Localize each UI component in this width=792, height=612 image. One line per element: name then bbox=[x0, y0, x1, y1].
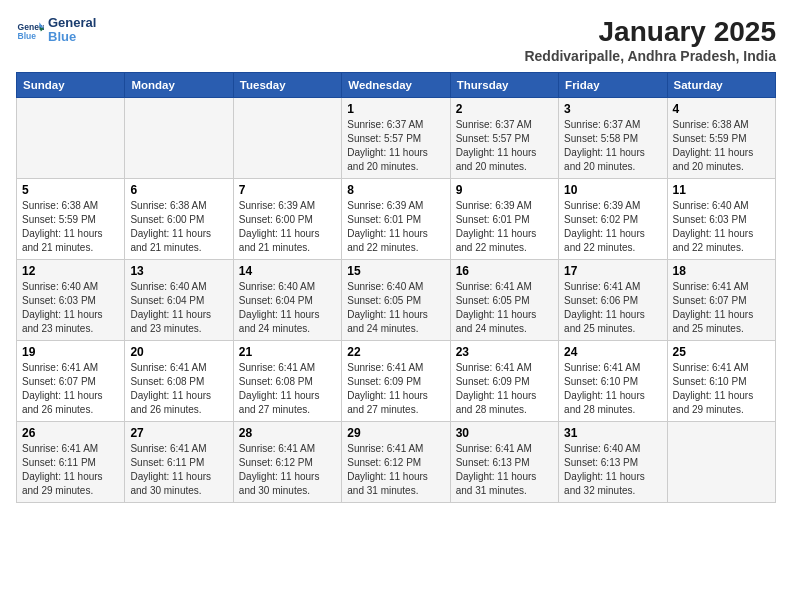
day-info: Sunrise: 6:41 AM Sunset: 6:12 PM Dayligh… bbox=[239, 442, 336, 498]
day-info: Sunrise: 6:40 AM Sunset: 6:03 PM Dayligh… bbox=[673, 199, 770, 255]
calendar-cell: 18Sunrise: 6:41 AM Sunset: 6:07 PM Dayli… bbox=[667, 260, 775, 341]
day-number: 27 bbox=[130, 426, 227, 440]
calendar-cell: 25Sunrise: 6:41 AM Sunset: 6:10 PM Dayli… bbox=[667, 341, 775, 422]
calendar-cell bbox=[17, 98, 125, 179]
day-info: Sunrise: 6:40 AM Sunset: 6:04 PM Dayligh… bbox=[130, 280, 227, 336]
day-number: 24 bbox=[564, 345, 661, 359]
calendar-cell: 15Sunrise: 6:40 AM Sunset: 6:05 PM Dayli… bbox=[342, 260, 450, 341]
day-number: 26 bbox=[22, 426, 119, 440]
day-info: Sunrise: 6:39 AM Sunset: 6:02 PM Dayligh… bbox=[564, 199, 661, 255]
day-number: 29 bbox=[347, 426, 444, 440]
day-number: 4 bbox=[673, 102, 770, 116]
calendar-week-row: 1Sunrise: 6:37 AM Sunset: 5:57 PM Daylig… bbox=[17, 98, 776, 179]
day-info: Sunrise: 6:41 AM Sunset: 6:07 PM Dayligh… bbox=[673, 280, 770, 336]
sub-title: Reddivaripalle, Andhra Pradesh, India bbox=[524, 48, 776, 64]
day-number: 18 bbox=[673, 264, 770, 278]
weekday-header: Monday bbox=[125, 73, 233, 98]
svg-text:Blue: Blue bbox=[18, 32, 37, 42]
calendar-cell: 29Sunrise: 6:41 AM Sunset: 6:12 PM Dayli… bbox=[342, 422, 450, 503]
weekday-header: Friday bbox=[559, 73, 667, 98]
calendar-cell: 16Sunrise: 6:41 AM Sunset: 6:05 PM Dayli… bbox=[450, 260, 558, 341]
day-number: 6 bbox=[130, 183, 227, 197]
day-info: Sunrise: 6:40 AM Sunset: 6:05 PM Dayligh… bbox=[347, 280, 444, 336]
day-number: 8 bbox=[347, 183, 444, 197]
calendar-cell bbox=[233, 98, 341, 179]
day-info: Sunrise: 6:41 AM Sunset: 6:10 PM Dayligh… bbox=[564, 361, 661, 417]
calendar-table: SundayMondayTuesdayWednesdayThursdayFrid… bbox=[16, 72, 776, 503]
calendar-cell: 7Sunrise: 6:39 AM Sunset: 6:00 PM Daylig… bbox=[233, 179, 341, 260]
calendar-cell: 14Sunrise: 6:40 AM Sunset: 6:04 PM Dayli… bbox=[233, 260, 341, 341]
day-info: Sunrise: 6:38 AM Sunset: 6:00 PM Dayligh… bbox=[130, 199, 227, 255]
day-info: Sunrise: 6:38 AM Sunset: 5:59 PM Dayligh… bbox=[22, 199, 119, 255]
calendar-cell: 2Sunrise: 6:37 AM Sunset: 5:57 PM Daylig… bbox=[450, 98, 558, 179]
day-info: Sunrise: 6:37 AM Sunset: 5:58 PM Dayligh… bbox=[564, 118, 661, 174]
day-number: 5 bbox=[22, 183, 119, 197]
day-info: Sunrise: 6:40 AM Sunset: 6:03 PM Dayligh… bbox=[22, 280, 119, 336]
day-info: Sunrise: 6:38 AM Sunset: 5:59 PM Dayligh… bbox=[673, 118, 770, 174]
day-info: Sunrise: 6:39 AM Sunset: 6:01 PM Dayligh… bbox=[347, 199, 444, 255]
calendar-cell: 19Sunrise: 6:41 AM Sunset: 6:07 PM Dayli… bbox=[17, 341, 125, 422]
day-number: 16 bbox=[456, 264, 553, 278]
calendar-cell: 4Sunrise: 6:38 AM Sunset: 5:59 PM Daylig… bbox=[667, 98, 775, 179]
day-info: Sunrise: 6:41 AM Sunset: 6:13 PM Dayligh… bbox=[456, 442, 553, 498]
calendar-cell bbox=[667, 422, 775, 503]
calendar-cell: 17Sunrise: 6:41 AM Sunset: 6:06 PM Dayli… bbox=[559, 260, 667, 341]
day-number: 3 bbox=[564, 102, 661, 116]
weekday-header: Tuesday bbox=[233, 73, 341, 98]
day-number: 23 bbox=[456, 345, 553, 359]
day-info: Sunrise: 6:41 AM Sunset: 6:10 PM Dayligh… bbox=[673, 361, 770, 417]
day-number: 20 bbox=[130, 345, 227, 359]
calendar-cell: 20Sunrise: 6:41 AM Sunset: 6:08 PM Dayli… bbox=[125, 341, 233, 422]
day-info: Sunrise: 6:41 AM Sunset: 6:09 PM Dayligh… bbox=[347, 361, 444, 417]
day-info: Sunrise: 6:39 AM Sunset: 6:01 PM Dayligh… bbox=[456, 199, 553, 255]
day-info: Sunrise: 6:37 AM Sunset: 5:57 PM Dayligh… bbox=[456, 118, 553, 174]
day-info: Sunrise: 6:41 AM Sunset: 6:09 PM Dayligh… bbox=[456, 361, 553, 417]
day-number: 2 bbox=[456, 102, 553, 116]
day-info: Sunrise: 6:37 AM Sunset: 5:57 PM Dayligh… bbox=[347, 118, 444, 174]
weekday-header: Sunday bbox=[17, 73, 125, 98]
day-info: Sunrise: 6:41 AM Sunset: 6:07 PM Dayligh… bbox=[22, 361, 119, 417]
calendar-cell: 13Sunrise: 6:40 AM Sunset: 6:04 PM Dayli… bbox=[125, 260, 233, 341]
weekday-header: Wednesday bbox=[342, 73, 450, 98]
logo: General Blue General Blue bbox=[16, 16, 96, 45]
day-number: 30 bbox=[456, 426, 553, 440]
calendar-week-row: 12Sunrise: 6:40 AM Sunset: 6:03 PM Dayli… bbox=[17, 260, 776, 341]
day-number: 9 bbox=[456, 183, 553, 197]
calendar-cell: 23Sunrise: 6:41 AM Sunset: 6:09 PM Dayli… bbox=[450, 341, 558, 422]
day-number: 11 bbox=[673, 183, 770, 197]
calendar-cell: 8Sunrise: 6:39 AM Sunset: 6:01 PM Daylig… bbox=[342, 179, 450, 260]
day-number: 25 bbox=[673, 345, 770, 359]
day-info: Sunrise: 6:41 AM Sunset: 6:11 PM Dayligh… bbox=[130, 442, 227, 498]
calendar-cell bbox=[125, 98, 233, 179]
day-number: 7 bbox=[239, 183, 336, 197]
main-title: January 2025 bbox=[524, 16, 776, 48]
day-number: 1 bbox=[347, 102, 444, 116]
calendar-cell: 9Sunrise: 6:39 AM Sunset: 6:01 PM Daylig… bbox=[450, 179, 558, 260]
calendar-cell: 12Sunrise: 6:40 AM Sunset: 6:03 PM Dayli… bbox=[17, 260, 125, 341]
calendar-cell: 21Sunrise: 6:41 AM Sunset: 6:08 PM Dayli… bbox=[233, 341, 341, 422]
logo-text: General Blue bbox=[48, 16, 96, 45]
day-number: 22 bbox=[347, 345, 444, 359]
calendar-cell: 30Sunrise: 6:41 AM Sunset: 6:13 PM Dayli… bbox=[450, 422, 558, 503]
weekday-header: Thursday bbox=[450, 73, 558, 98]
day-info: Sunrise: 6:41 AM Sunset: 6:08 PM Dayligh… bbox=[239, 361, 336, 417]
day-number: 17 bbox=[564, 264, 661, 278]
day-info: Sunrise: 6:41 AM Sunset: 6:05 PM Dayligh… bbox=[456, 280, 553, 336]
calendar-cell: 31Sunrise: 6:40 AM Sunset: 6:13 PM Dayli… bbox=[559, 422, 667, 503]
day-info: Sunrise: 6:39 AM Sunset: 6:00 PM Dayligh… bbox=[239, 199, 336, 255]
day-info: Sunrise: 6:40 AM Sunset: 6:04 PM Dayligh… bbox=[239, 280, 336, 336]
day-number: 31 bbox=[564, 426, 661, 440]
day-info: Sunrise: 6:40 AM Sunset: 6:13 PM Dayligh… bbox=[564, 442, 661, 498]
day-info: Sunrise: 6:41 AM Sunset: 6:08 PM Dayligh… bbox=[130, 361, 227, 417]
calendar-cell: 10Sunrise: 6:39 AM Sunset: 6:02 PM Dayli… bbox=[559, 179, 667, 260]
logo-icon: General Blue bbox=[16, 16, 44, 44]
day-number: 15 bbox=[347, 264, 444, 278]
day-number: 10 bbox=[564, 183, 661, 197]
day-number: 21 bbox=[239, 345, 336, 359]
calendar-cell: 24Sunrise: 6:41 AM Sunset: 6:10 PM Dayli… bbox=[559, 341, 667, 422]
weekday-header: Saturday bbox=[667, 73, 775, 98]
calendar-week-row: 26Sunrise: 6:41 AM Sunset: 6:11 PM Dayli… bbox=[17, 422, 776, 503]
title-block: January 2025 Reddivaripalle, Andhra Prad… bbox=[524, 16, 776, 64]
day-info: Sunrise: 6:41 AM Sunset: 6:06 PM Dayligh… bbox=[564, 280, 661, 336]
calendar-cell: 27Sunrise: 6:41 AM Sunset: 6:11 PM Dayli… bbox=[125, 422, 233, 503]
